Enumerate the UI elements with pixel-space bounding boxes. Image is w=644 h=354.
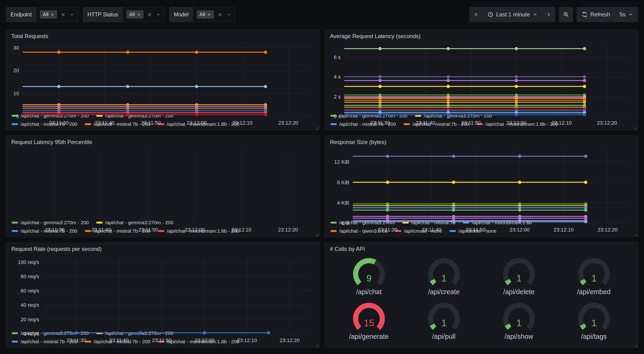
svg-text:23:12:00: 23:12:00: [185, 227, 205, 233]
chip-label: All: [43, 12, 48, 18]
filter-http-status-label: HTTP Status: [83, 7, 122, 22]
panel-title[interactable]: Total Requests: [11, 33, 315, 40]
time-controls: Last 1 minute Refresh 5s: [470, 7, 638, 22]
svg-text:23:12:20: 23:12:20: [280, 337, 300, 343]
panel-title[interactable]: Average Request Latency (seconds): [330, 33, 633, 40]
time-series-chart: 23:11:3023:11:4023:11:5023:12:0023:12:10…: [11, 41, 315, 110]
clear-selection-icon[interactable]: [218, 12, 222, 17]
svg-text:0 s: 0 s: [334, 113, 341, 119]
svg-text:23:11:30: 23:11:30: [66, 337, 86, 343]
refresh-interval-dropdown[interactable]: 5s: [615, 7, 638, 22]
zoom-out-group: [559, 7, 573, 22]
panel-title[interactable]: Request Latency 95th Percentile: [11, 139, 315, 145]
svg-text:0 req/s: 0 req/s: [23, 331, 39, 337]
chart-canvas[interactable]: 23:11:3023:11:4023:11:5023:12:0023:12:10…: [330, 146, 633, 234]
filter-chip-all[interactable]: All: [126, 10, 144, 19]
chevron-down-icon[interactable]: [226, 12, 231, 17]
series-lines: [353, 155, 588, 223]
chip-remove-icon[interactable]: [208, 13, 211, 16]
time-range-label: Last 1 minute: [496, 11, 530, 18]
chart-canvas[interactable]: 23:11:3023:11:4023:11:5023:12:0023:12:10…: [11, 146, 315, 234]
chevron-down-icon[interactable]: [156, 12, 161, 17]
panel-resize-handle[interactable]: [315, 126, 319, 130]
panel-resize-handle[interactable]: [633, 343, 637, 347]
time-forward-button[interactable]: [542, 7, 555, 22]
time-series-chart: 23:11:3023:11:4023:11:5023:12:0023:12:10…: [330, 146, 633, 217]
chart-canvas[interactable]: 23:11:3023:11:4023:11:5023:12:0023:12:10…: [11, 41, 315, 127]
grid-lines: [55, 150, 288, 223]
svg-text:23:12:00: 23:12:00: [506, 120, 526, 126]
filter-endpoint-value[interactable]: All: [36, 7, 78, 22]
dashboard-grid: Total Requests 23:11:3023:11:4023:11:502…: [6, 30, 638, 348]
gauge-arc: 1: [573, 257, 615, 288]
chip-remove-icon[interactable]: [137, 13, 141, 16]
chip-remove-icon[interactable]: [51, 13, 54, 16]
grid-lines: [42, 257, 310, 334]
svg-text:23:11:50: 23:11:50: [141, 120, 160, 126]
panel-resize-handle[interactable]: [633, 232, 637, 236]
time-back-button[interactable]: [470, 7, 482, 22]
chart-canvas[interactable]: 23:11:3023:11:4023:11:5023:12:0023:12:10…: [330, 41, 633, 127]
clear-selection-icon[interactable]: [147, 12, 152, 17]
chevron-down-icon[interactable]: [70, 12, 74, 17]
magnifier-minus-icon: [563, 12, 569, 18]
series-lines: [43, 331, 270, 334]
svg-text:60 req/s: 60 req/s: [20, 288, 39, 294]
svg-text:23:12:10: 23:12:10: [237, 337, 257, 343]
svg-text:4 s: 4 s: [334, 74, 341, 80]
refresh-group: Refresh 5s: [577, 7, 638, 22]
panel-title[interactable]: Request Rate (requests per second): [11, 246, 315, 252]
gauge--api-show: 1/api/show: [481, 299, 556, 343]
svg-text:23:12:00: 23:12:00: [510, 227, 530, 233]
refresh-button[interactable]: Refresh: [577, 7, 615, 22]
gauge--api-chat: 9/api/chat: [331, 254, 406, 299]
panel-title[interactable]: Response Size (bytes): [330, 139, 633, 145]
filter-chip-all[interactable]: All: [197, 10, 214, 19]
gauge-arc: 1: [423, 257, 465, 288]
panel-resize-handle[interactable]: [633, 126, 637, 130]
svg-text:0 B: 0 B: [342, 220, 349, 226]
svg-text:100 req/s: 100 req/s: [18, 259, 39, 265]
svg-text:23:11:50: 23:11:50: [466, 227, 486, 233]
svg-text:23:12:10: 23:12:10: [232, 120, 252, 126]
panel-calls-by-api: # Calls by API 9/api/chat1/api/create1/a…: [324, 242, 638, 348]
panel-request-rate: Request Rate (requests per second) 23:11…: [6, 242, 320, 348]
gauge-value: 15: [364, 318, 374, 328]
gauge--api-generate: 15/api/generate: [331, 299, 406, 343]
gauge-label: /api/chat: [356, 288, 382, 296]
svg-text:23:12:20: 23:12:20: [598, 227, 618, 233]
svg-text:23:11:40: 23:11:40: [109, 337, 129, 343]
gauge-label: /api/pull: [432, 333, 456, 340]
gauge--api-tags: 1/api/tags: [556, 299, 632, 343]
filter-model-value[interactable]: All: [193, 7, 235, 22]
zoom-out-button[interactable]: [559, 7, 573, 22]
chip-label: All: [129, 12, 135, 18]
gauge-arc: 1: [423, 302, 465, 332]
svg-text:40 req/s: 40 req/s: [20, 302, 39, 308]
refresh-label: Refresh: [590, 11, 610, 18]
gauge--api-create: 1/api/create: [406, 254, 481, 299]
axis-tick-labels: 23:11:3023:11:4023:11:5023:12:0023:12:10…: [18, 259, 300, 343]
time-series-chart: 23:11:3023:11:4023:11:5023:12:0023:12:10…: [330, 41, 633, 110]
svg-text:80 req/s: 80 req/s: [20, 273, 39, 279]
panel-latency-95th-percentile: Request Latency 95th Percentile 23:11:30…: [6, 135, 320, 237]
chevron-left-icon: [474, 12, 479, 17]
svg-text:20: 20: [13, 68, 19, 73]
gauge-label: /api/show: [504, 333, 533, 340]
svg-text:23:11:30: 23:11:30: [370, 120, 390, 126]
filter-chip-all[interactable]: All: [40, 10, 57, 19]
panel-resize-handle[interactable]: [315, 343, 319, 347]
gauge-value: 1: [516, 318, 521, 328]
time-range-picker[interactable]: Last 1 minute: [482, 7, 542, 22]
svg-text:0: 0: [16, 113, 19, 119]
svg-text:6 s: 6 s: [334, 54, 341, 60]
clear-selection-icon[interactable]: [61, 12, 66, 17]
panel-resize-handle[interactable]: [315, 232, 319, 236]
chart-canvas[interactable]: 23:11:3023:11:4023:11:5023:12:0023:12:10…: [11, 253, 315, 344]
gauge-value: 1: [516, 273, 521, 283]
filter-http-status-value[interactable]: All: [123, 7, 164, 22]
panel-title[interactable]: # Calls by API: [330, 246, 633, 252]
grid-lines: [352, 150, 628, 223]
svg-text:30: 30: [13, 45, 19, 51]
svg-text:23:12:00: 23:12:00: [187, 120, 207, 126]
